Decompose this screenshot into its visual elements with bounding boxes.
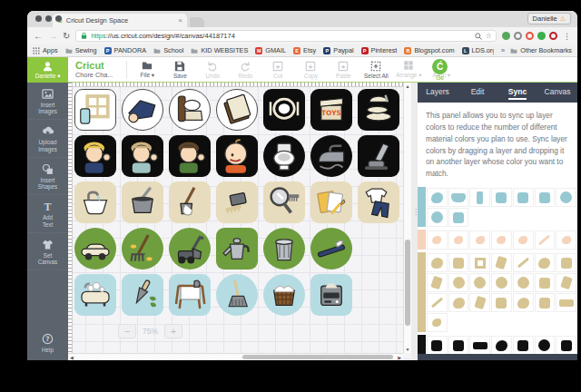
canvas-icon-cloth[interactable]: [122, 89, 163, 131]
reload-button[interactable]: ↻: [63, 32, 70, 41]
sidebar-item-add-text[interactable]: TAddText: [27, 195, 68, 232]
canvas-icon-sink[interactable]: [74, 181, 116, 223]
layer-swatch[interactable]: [469, 253, 490, 272]
canvas-icon-bathtub[interactable]: [74, 274, 116, 316]
layer-swatch[interactable]: [491, 293, 512, 312]
layer-swatch[interactable]: [427, 313, 448, 332]
tab-close-icon[interactable]: ×: [178, 16, 182, 24]
layer-swatch[interactable]: [491, 253, 512, 272]
canvas-icon-basket[interactable]: [263, 274, 305, 316]
layer-swatch[interactable]: [556, 293, 576, 312]
canvas-icon-wateringcan[interactable]: [216, 228, 258, 270]
canvas-icon-bed[interactable]: [169, 89, 211, 131]
layer-swatch[interactable]: [448, 253, 469, 272]
minimize-window-button[interactable]: [45, 15, 52, 22]
canvas-icon-face[interactable]: [74, 135, 116, 177]
layer-swatch[interactable]: [491, 230, 512, 250]
toolbar-cut-button[interactable]: ★Cut: [262, 61, 293, 79]
canvas-icon-book[interactable]: [216, 89, 258, 131]
layer-swatch[interactable]: [513, 273, 534, 292]
layer-swatch[interactable]: [513, 230, 534, 250]
layer-swatch[interactable]: [556, 273, 576, 292]
canvas-icon-paper[interactable]: [310, 181, 352, 223]
canvas-icon-trash[interactable]: [263, 228, 305, 270]
canvas-icon-toothbrush[interactable]: [310, 228, 352, 270]
layer-swatch[interactable]: [513, 293, 534, 312]
new-tab-button[interactable]: [190, 17, 204, 27]
layer-swatch[interactable]: [535, 230, 556, 250]
toolbar-undo-button[interactable]: Undo: [197, 61, 228, 79]
layer-swatch[interactable]: [469, 230, 490, 250]
pinterest-extension-icon[interactable]: [549, 32, 557, 40]
scroll-left-icon[interactable]: ◀: [70, 354, 74, 360]
browser-menu-icon[interactable]: ⋮: [563, 32, 571, 41]
panel-tab-edit[interactable]: Edit: [458, 83, 497, 103]
layer-swatch[interactable]: [427, 188, 448, 207]
design-canvas[interactable]: TOYS − 75% + ▲ ▼ ◀ ▶: [68, 83, 411, 360]
toolbar-copy-button[interactable]: ★Copy: [295, 61, 326, 79]
layer-swatch[interactable]: [556, 253, 576, 272]
layer-swatch[interactable]: [469, 188, 490, 207]
forward-button[interactable]: →: [48, 32, 57, 41]
panel-divider[interactable]: ⋮: [411, 83, 418, 360]
canvas-icon-broom[interactable]: [216, 274, 258, 316]
layer-swatch[interactable]: [556, 336, 576, 354]
layer-swatch[interactable]: [427, 208, 448, 227]
panel-tab-layers[interactable]: Layers: [418, 83, 458, 103]
zoom-page-icon[interactable]: [474, 32, 483, 41]
layer-swatch[interactable]: [469, 273, 490, 292]
layer-swatch[interactable]: [448, 336, 469, 354]
bookmark-kid-websites[interactable]: KID WEBSITES: [191, 46, 248, 54]
gray-extension-icon[interactable]: [514, 32, 522, 40]
canvas-icon-plate[interactable]: [263, 89, 305, 131]
toolbar-save-button[interactable]: Save: [164, 61, 195, 79]
layer-swatch[interactable]: [535, 273, 556, 292]
back-button[interactable]: ←: [34, 32, 43, 41]
canvas-icon-dishes[interactable]: [358, 89, 399, 131]
layer-swatch[interactable]: [513, 188, 534, 207]
layer-swatch[interactable]: [448, 293, 469, 312]
sidebar-user-button[interactable]: Danielle ▾: [27, 57, 68, 83]
other-bookmarks-button[interactable]: Other Bookmarks: [510, 46, 572, 54]
bookmark-apps[interactable]: Apps: [33, 46, 58, 54]
zoom-in-button[interactable]: +: [164, 324, 182, 338]
sidebar-item-help[interactable]: ? Help: [27, 328, 68, 360]
orange-extension-icon[interactable]: [526, 32, 534, 40]
green-extension-icon[interactable]: [502, 32, 510, 40]
layer-swatch[interactable]: [427, 336, 448, 354]
canvas-icon-rake[interactable]: [122, 228, 163, 270]
canvas-icon-trowel[interactable]: [122, 274, 163, 316]
browser-profile-button[interactable]: Danielle ⚠: [527, 13, 571, 24]
layer-swatch[interactable]: [491, 273, 512, 292]
scroll-right-icon[interactable]: ▶: [398, 354, 401, 360]
layer-swatch[interactable]: [513, 336, 534, 354]
canvas-icon-mirror[interactable]: [263, 181, 305, 223]
zoom-out-button[interactable]: −: [118, 324, 136, 338]
bookmark-pinterest[interactable]: PPinterest: [361, 46, 398, 54]
bookmark-lds-org[interactable]: LLDS.org: [462, 46, 494, 54]
canvas-icon-mower[interactable]: [169, 228, 211, 270]
canvas-icon-face[interactable]: [122, 135, 163, 177]
canvas-icon-baby[interactable]: [216, 135, 258, 177]
layer-swatch[interactable]: [427, 230, 448, 250]
sidebar-item-insert-shapes[interactable]: InsertShapes: [27, 158, 68, 195]
layer-swatch[interactable]: [513, 253, 534, 272]
vertical-scrollbar[interactable]: ▲ ▼: [403, 83, 411, 353]
toolbar-paste-button[interactable]: ★Paste: [328, 61, 359, 79]
panel-tab-sync[interactable]: Sync: [497, 83, 537, 103]
toolbar-select-all-button[interactable]: Select All: [360, 61, 391, 79]
go-button[interactable]: Ć Go: [432, 59, 448, 81]
horizontal-scrollbar[interactable]: ◀ ▶: [68, 353, 403, 360]
canvas-icon-pot[interactable]: [122, 181, 163, 223]
bookmark-school[interactable]: School: [153, 46, 183, 54]
bookmark-paypal[interactable]: PPaypal: [323, 46, 353, 54]
zoom-window-button[interactable]: [55, 15, 62, 22]
toolbar-file-button[interactable]: File ▾: [132, 60, 162, 79]
layer-swatch[interactable]: [535, 253, 556, 272]
layer-swatch[interactable]: [427, 273, 448, 292]
layer-swatch[interactable]: [448, 230, 469, 250]
canvas-icon-mop[interactable]: [169, 181, 211, 223]
canvas-icon-car[interactable]: [74, 228, 116, 270]
bookmark-pandora[interactable]: PPANDORA: [104, 46, 147, 54]
canvas-icon-window[interactable]: [74, 89, 116, 131]
